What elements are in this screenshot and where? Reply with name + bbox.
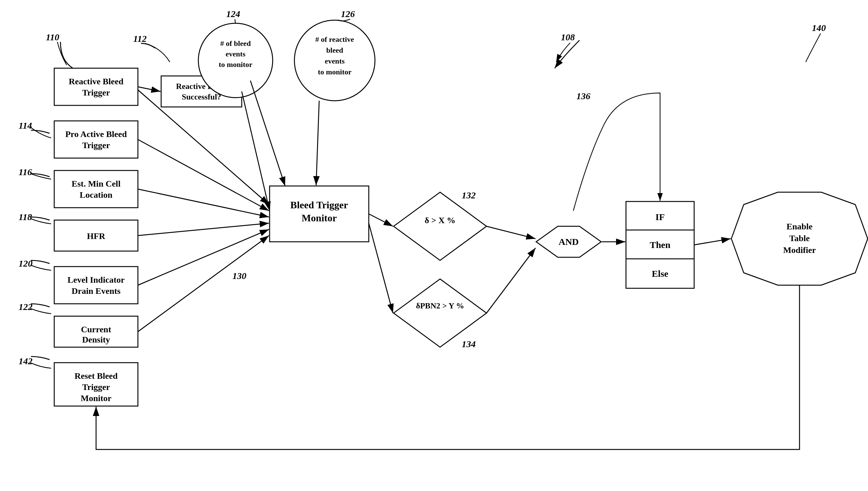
svg-marker-36 [394,192,486,260]
svg-text:Current: Current [81,324,111,334]
svg-text:116: 116 [19,167,32,177]
svg-line-54 [138,87,160,91]
svg-text:Monitor: Monitor [301,212,337,224]
svg-text:132: 132 [462,190,476,200]
svg-line-58 [138,223,269,236]
svg-text:HFR: HFR [87,231,106,241]
svg-text:AND: AND [559,236,579,247]
svg-text:Reactive Bleed: Reactive Bleed [69,77,124,86]
svg-text:126: 126 [341,9,355,19]
svg-text:Then: Then [650,240,670,250]
svg-line-61 [250,81,285,186]
svg-text:124: 124 [226,9,240,19]
svg-text:Table: Table [789,233,810,243]
svg-text:142: 142 [19,356,33,366]
svg-rect-0 [54,68,138,106]
svg-text:120: 120 [19,258,33,268]
svg-text:Pro Active Bleed: Pro Active Bleed [65,129,127,139]
svg-text:Drain Events: Drain Events [71,286,121,296]
svg-text:122: 122 [19,301,33,312]
svg-line-64 [369,214,393,226]
svg-text:Location: Location [80,190,113,200]
svg-rect-6 [54,171,138,208]
svg-text:118: 118 [19,212,32,222]
svg-text:Level Indicator: Level Indicator [67,275,125,285]
svg-text:δPBN2 > Y %: δPBN2 > Y % [416,301,464,310]
svg-text:Successful?: Successful? [182,92,221,102]
svg-text:IF: IF [655,212,665,222]
svg-text:# of bleed: # of bleed [220,39,251,48]
svg-line-59 [138,229,269,285]
svg-text:Reset Bleed: Reset Bleed [74,371,118,381]
svg-line-56 [138,140,269,211]
svg-text:140: 140 [812,23,826,33]
svg-line-65 [369,223,393,313]
svg-text:114: 114 [19,120,32,131]
svg-rect-3 [54,121,138,158]
svg-text:events: events [325,57,345,65]
svg-text:110: 110 [46,32,59,42]
svg-text:112: 112 [133,33,147,44]
svg-text:to monitor: to monitor [318,68,352,76]
svg-text:Est. Min Cell: Est. Min Cell [71,179,121,189]
svg-text:Density: Density [82,335,110,344]
svg-text:130: 130 [232,270,246,281]
svg-text:Modifier: Modifier [783,245,816,255]
svg-text:136: 136 [576,91,590,101]
svg-text:to monitor: to monitor [219,60,252,68]
svg-line-69 [694,239,731,245]
svg-text:108: 108 [561,32,575,42]
svg-text:δ > X %: δ > X % [424,215,455,225]
svg-text:events: events [226,50,245,58]
svg-text:bleed: bleed [326,46,343,54]
svg-text:Monitor: Monitor [81,393,112,403]
svg-line-60 [138,236,269,332]
svg-text:Trigger: Trigger [82,88,110,97]
svg-text:# of reactive: # of reactive [316,35,354,44]
svg-text:Trigger: Trigger [82,140,110,150]
svg-text:Bleed Trigger: Bleed Trigger [290,199,348,210]
svg-line-67 [486,248,536,313]
svg-text:134: 134 [462,339,476,349]
svg-text:Else: Else [652,268,668,279]
svg-rect-11 [54,267,138,304]
svg-text:Enable: Enable [786,222,812,231]
diagram-container: Reactive Bleed Trigger Pro Active Bleed … [0,0,868,491]
svg-line-66 [486,226,536,239]
svg-marker-38 [394,279,486,347]
svg-line-62 [316,101,319,185]
svg-text:Trigger: Trigger [82,382,110,392]
svg-line-57 [138,189,269,217]
